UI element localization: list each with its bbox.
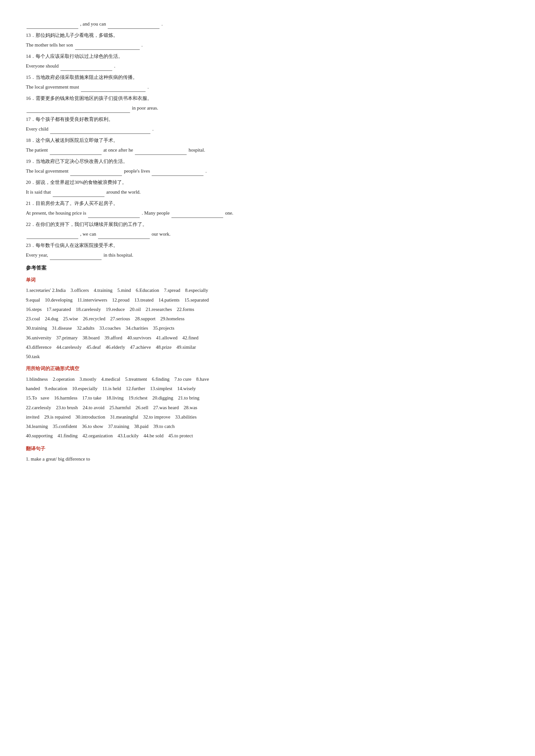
exercise-17-chinese: 17．每个孩子都有接受良好教育的权利。 [26,115,509,124]
exercise-13: 13．那位妈妈让她儿子少看电视，多锻炼。 The mother tells he… [26,31,509,50]
exercise-16: 16．需要更多的钱来给贫困地区的孩子们提供书本和衣服。 in poor area… [26,94,509,113]
exercise-19-chinese: 19．当地政府已下定决心尽快改善人们的生活。 [26,157,509,166]
exercise-20-chinese: 20．据说，全世界超过30%的食物被浪费掉了。 [26,178,509,187]
section3-answer1: 1. make a great/ big difference to [26,454,509,464]
exercise-18: 18．这个病人被送到医院后立即做了手术。 The patient at once… [26,136,509,155]
section2-answers: 1.blindness 2.operation 3.mostly 4.medic… [26,375,509,441]
exercise-15-english: The local government must . [26,82,509,92]
blank-20 [53,197,104,197]
exercise-23: 23．每年数千位病人在这家医院接受手术。 Every year, in this… [26,241,509,260]
exercise-16-chinese: 16．需要更多的钱来给贫困地区的孩子们提供书本和衣服。 [26,94,509,103]
exercise-19-english: The local government people's lives . [26,167,509,176]
exercise-17: 17．每个孩子都有接受良好教育的权利。 Every child . [26,115,509,134]
exercise-13-chinese: 13．那位妈妈让她儿子少看电视，多锻炼。 [26,31,509,40]
exercise-13-english: The mother tells her son . [26,40,509,50]
blank-21b [171,218,223,218]
exercise-15-chinese: 15．当地政府必须采取措施来阻止这种疾病的传播。 [26,73,509,82]
exercise-23-english: Every year, in this hospital. [26,251,509,260]
blank-14 [61,70,112,71]
exercise-21: 21．目前房价太高了。许多人买不起房子。 At present, the hou… [26,199,509,218]
exercise-22-chinese: 22．在你们的支持下，我们可以继续开展我们的工作了。 [26,220,509,229]
exercise-14-english: Everyone should . [26,62,509,71]
blank-15 [81,92,146,92]
section3-container: 翻译句子 1. make a great/ big difference to [26,444,509,464]
section3-title: 翻译句子 [26,444,509,453]
exercise-14: 14．每个人应该采取行动以过上绿色的生活。 Everyone should . [26,52,509,71]
exercise-14-chinese: 14．每个人应该采取行动以过上绿色的生活。 [26,52,509,61]
blank-22a [27,238,78,239]
reference-title: 参考答案 [26,263,509,273]
exercise-17-english: Every child . [26,124,509,134]
exercise-21-english: At present, the housing price is . Many … [26,208,509,218]
exercise-15: 15．当地政府必须采取措施来阻止这种疾病的传播。 The local gover… [26,73,509,92]
blank-17 [50,133,151,134]
blank-19b [152,176,204,176]
blank-22b [98,238,150,239]
section2-title: 用所给词的正确形式填空 [26,364,509,373]
section1-answers: 1.secretaries' 2.India 3.officers 4.trai… [26,286,509,361]
exercise-20-english: It is said that around the world. [26,187,509,197]
exercise-18-chinese: 18．这个病人被送到医院后立即做了手术。 [26,136,509,145]
exercise-top-line: , and you can . [26,19,509,29]
section1-title: 单词 [26,275,509,285]
blank-18a [50,154,101,155]
exercise-22-english: , we can our work. [26,230,509,239]
blank-23 [50,259,101,260]
blank-13 [75,49,140,50]
exercise-20: 20．据说，全世界超过30%的食物被浪费掉了。 It is said that … [26,178,509,197]
exercise-21-chinese: 21．目前房价太高了。许多人买不起房子。 [26,199,509,208]
blank-21a [88,218,140,218]
exercise-16-english: in poor areas. [26,103,509,113]
exercise-23-chinese: 23．每年数千位病人在这家医院接受手术。 [26,241,509,250]
blank-top2 [108,28,159,29]
exercise-22: 22．在你们的支持下，我们可以继续开展我们的工作了。 , we can our … [26,220,509,239]
blank-18b [135,154,187,155]
blank-19a [70,176,122,176]
exercise-19: 19．当地政府已下定决心尽快改善人们的生活。 The local governm… [26,157,509,176]
blank-16 [27,113,130,113]
exercise-top: , and you can . 13．那位妈妈让她儿子少看电视，多锻炼。 The… [26,19,509,260]
exercise-18-english: The patient at once after he hospital. [26,146,509,155]
blank-top1 [27,28,78,29]
